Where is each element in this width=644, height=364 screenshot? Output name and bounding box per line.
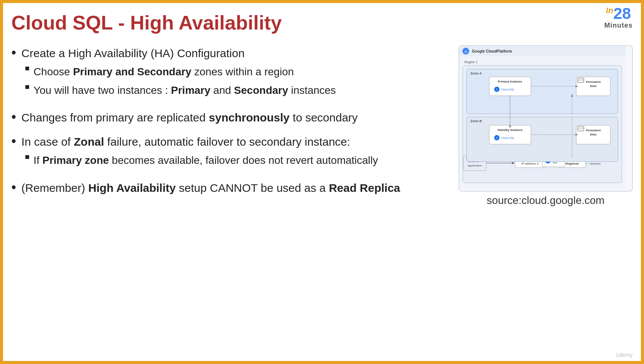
border-bottom — [0, 361, 644, 364]
border-right — [641, 0, 644, 364]
sub-bullet-list-3: If Primary zone becomes available, failo… — [25, 153, 378, 168]
sub-bullet-text-3-1: If Primary zone becomes available, failo… — [34, 153, 378, 168]
diagram-svg: G Google CloudPlatform Region 1 Zone A P… — [459, 46, 625, 190]
border-top — [0, 0, 644, 3]
border-left — [0, 0, 3, 364]
sub-bullet-item-1-2: You will have two instances : Primary an… — [25, 83, 336, 98]
svg-text:Region 1: Region 1 — [464, 60, 478, 64]
bullet-text-2: Changes from primary are replicated sync… — [22, 110, 358, 126]
svg-text:Cloud SQL: Cloud SQL — [501, 137, 514, 140]
svg-text:C: C — [496, 137, 498, 139]
bullet-text-3: In case of Zonal failure, automatic fail… — [22, 134, 378, 171]
bullet-item-2: • Changes from primary are replicated sy… — [11, 110, 443, 126]
sub-bullet-item-1-1: Choose Primary and Secondary zones withi… — [25, 64, 336, 79]
svg-text:Cloud SQL: Cloud SQL — [501, 88, 514, 91]
svg-text:Zone B: Zone B — [470, 119, 482, 123]
sub-bullet-text-1-2: You will have two instances : Primary an… — [34, 83, 336, 98]
bullet-text-4: (Remember) High Availability setup CANNO… — [22, 180, 400, 196]
svg-text:Disk: Disk — [553, 162, 558, 164]
slide-title: Cloud SQL - High Availability — [11, 11, 633, 34]
sub-bullet-dot-1-1 — [25, 67, 29, 70]
source-text: source:cloud.google.com — [487, 194, 604, 207]
svg-text:Primary Instance: Primary Instance — [498, 80, 523, 83]
bullet-dot-1: • — [11, 45, 16, 61]
svg-text:IP address X: IP address X — [521, 162, 539, 165]
svg-text:Regional: Regional — [566, 162, 579, 165]
svg-text:G: G — [465, 50, 467, 53]
svg-text:Zone A: Zone A — [470, 72, 482, 75]
bullet-item-3: • In case of Zonal failure, automatic fa… — [11, 134, 443, 171]
right-panel: G Google CloudPlatform Region 1 Zone A P… — [459, 45, 633, 356]
svg-text:Persistent: Persistent — [586, 129, 601, 132]
sub-bullet-dot-3-1 — [25, 155, 29, 159]
sub-bullet-dot-1-2 — [25, 85, 29, 89]
sub-bullet-item-3-1: If Primary zone becomes available, failo… — [25, 153, 378, 168]
svg-text:Google CloudPlatform: Google CloudPlatform — [472, 49, 512, 53]
bullet-item-4: • (Remember) High Availability setup CAN… — [11, 180, 443, 196]
svg-text:Standby Instance: Standby Instance — [498, 128, 523, 132]
architecture-diagram: G Google CloudPlatform Region 1 Zone A P… — [459, 45, 633, 191]
bullet-dot-3: • — [11, 133, 16, 149]
sub-bullet-list-1: Choose Primary and Secondary zones withi… — [25, 64, 336, 98]
sub-bullet-text-1-1: Choose Primary and Secondary zones withi… — [34, 64, 294, 79]
svg-text:Persistent: Persistent — [586, 80, 601, 84]
bullet-item-1: • Create a High Availability (HA) Config… — [11, 45, 443, 101]
svg-text:C: C — [496, 88, 498, 91]
main-content: • Create a High Availability (HA) Config… — [11, 45, 633, 356]
bullet-text-1: Create a High Availability (HA) Configur… — [22, 45, 336, 101]
slide-content: Cloud SQL - High Availability • Create a… — [11, 8, 633, 356]
svg-text:replication: replication — [590, 162, 601, 165]
bullet-list: • Create a High Availability (HA) Config… — [11, 45, 443, 204]
svg-text:application: application — [468, 164, 482, 167]
watermark: Udemy — [616, 352, 633, 358]
svg-text:Disk: Disk — [590, 133, 597, 136]
bullet-dot-2: • — [11, 109, 16, 125]
left-panel: • Create a High Availability (HA) Config… — [11, 45, 443, 356]
bullet-dot-4: • — [11, 179, 16, 195]
svg-text:Disk: Disk — [590, 84, 597, 88]
